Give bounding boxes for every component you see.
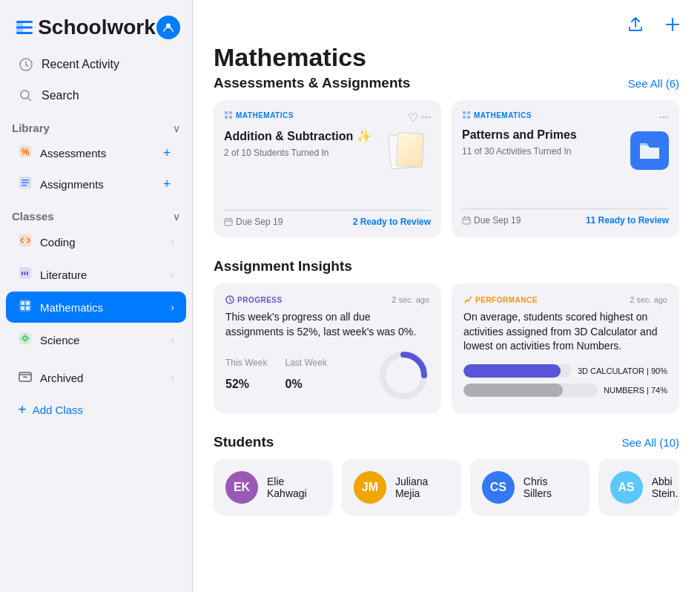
sidebar-item-assignments[interactable]: Assignments +: [6, 169, 186, 199]
svg-rect-17: [27, 272, 28, 275]
share-button[interactable]: [623, 12, 648, 37]
subject-badge: MATHEMATICS: [462, 111, 532, 119]
sidebar-item-archived[interactable]: Archived ›: [6, 362, 186, 393]
see-all-assignments-link[interactable]: See All (6): [628, 77, 679, 90]
card-thumbnail: [379, 133, 431, 177]
assignment-cards-row: MATHEMATICS ♡ ··· Addition & Subtraction…: [214, 100, 679, 237]
sidebar-item-search[interactable]: Search: [6, 81, 186, 111]
profile-button[interactable]: [156, 16, 180, 39]
perf-bar-row: NUMBERS | 74%: [463, 384, 667, 397]
progress-icon: [225, 295, 234, 304]
add-assignment-button[interactable]: +: [159, 177, 174, 191]
page-title: Mathematics: [214, 43, 679, 72]
student-card[interactable]: CS Chris Sillers: [470, 459, 590, 516]
assessments-icon: %: [18, 144, 33, 162]
main-content: Mathematics Assessments & Assignments Se…: [193, 0, 700, 592]
svg-rect-36: [463, 111, 466, 114]
insights-section-header: Assignment Insights: [214, 258, 679, 274]
svg-rect-12: [22, 185, 27, 186]
performance-insight-card[interactable]: PERFORMANCE 2 sec. ago On average, stude…: [452, 283, 679, 413]
assignment-card[interactable]: MATHEMATICS ♡ ··· Addition & Subtraction…: [214, 100, 441, 237]
student-name: Juliana Mejia: [395, 476, 449, 499]
card-review-label: 2 Ready to Review: [353, 217, 431, 227]
card-review-label: 11 Ready to Review: [586, 215, 669, 226]
perf-bar-fill: [463, 364, 561, 378]
perf-bar-row: 3D CALCULATOR | 90%: [463, 364, 667, 378]
science-icon: [18, 331, 33, 349]
sidebar-item-mathematics[interactable]: Mathematics ›: [6, 292, 186, 323]
last-week-value: 0%: [285, 369, 326, 393]
assessments-label: Assessments: [40, 147, 106, 159]
svg-rect-30: [229, 111, 232, 114]
student-avatar: CS: [482, 471, 515, 504]
add-assessment-button[interactable]: +: [159, 145, 174, 160]
assignment-card[interactable]: MATHEMATICS ··· Patterns and Primes 11 o…: [452, 100, 679, 237]
student-name: Abbi Stein...: [652, 476, 679, 499]
add-class-plus-icon: +: [18, 401, 27, 418]
classes-chevron-icon: ∨: [173, 211, 180, 223]
perf-bar-label: NUMBERS | 74%: [604, 386, 667, 395]
progress-insight-card[interactable]: PROGRESS 2 sec. ago This week's progress…: [214, 283, 441, 413]
svg-rect-35: [230, 218, 231, 220]
svg-point-6: [21, 91, 29, 99]
svg-rect-21: [21, 306, 24, 310]
library-chevron-icon: ∨: [173, 122, 180, 134]
sidebar-item-literature[interactable]: Literature ›: [6, 259, 186, 290]
student-avatar: AS: [610, 471, 643, 504]
add-button[interactable]: [660, 12, 685, 37]
perf-bar-label: 3D CALCULATOR | 90%: [578, 366, 667, 375]
more-options-icon[interactable]: ···: [421, 111, 431, 125]
svg-rect-28: [23, 377, 27, 378]
students-section: Students See All (10) EK Elie Kahwagi JM…: [214, 434, 679, 516]
sidebar-item-coding[interactable]: Coding ›: [6, 226, 186, 257]
chevron-right-icon: ›: [171, 236, 174, 248]
class-label: Science: [40, 334, 79, 346]
card-menu-button[interactable]: ♡ ···: [408, 111, 431, 125]
sidebar-item-assessments[interactable]: % Assessments +: [6, 138, 186, 168]
more-options-icon[interactable]: ···: [659, 111, 669, 124]
student-card[interactable]: AS Abbi Stein...: [598, 459, 679, 516]
calendar-icon: [224, 217, 233, 226]
subject-badge: MATHEMATICS: [224, 111, 294, 119]
students-row: EK Elie Kahwagi JM Juliana Mejia CS C: [214, 459, 679, 516]
svg-rect-22: [26, 306, 30, 310]
chevron-right-icon: ›: [171, 334, 174, 346]
svg-rect-1: [16, 21, 33, 23]
see-all-students-link[interactable]: See All (10): [621, 436, 679, 449]
library-label: Library: [12, 122, 50, 134]
coding-icon: [18, 233, 33, 251]
progress-text: This week's progress on all due assignme…: [225, 310, 429, 339]
subject-icon: [462, 111, 471, 119]
calendar-icon: [462, 216, 471, 225]
student-avatar: JM: [354, 471, 386, 504]
subject-icon: [224, 111, 233, 119]
student-card[interactable]: EK Elie Kahwagi: [214, 459, 333, 516]
svg-rect-33: [225, 219, 232, 226]
insights-section: Assignment Insights PROGRESS 2 sec. ago: [214, 258, 679, 413]
this-week-label: This Week: [225, 358, 267, 368]
add-class-button[interactable]: + Add Class: [6, 395, 186, 425]
performance-icon: [463, 295, 472, 304]
chevron-right-icon: ›: [171, 269, 174, 280]
svg-rect-3: [16, 32, 33, 34]
library-section-header: Library ∨: [0, 111, 192, 137]
svg-rect-32: [229, 116, 232, 119]
sidebar-toggle-button[interactable]: [12, 15, 37, 40]
heart-icon[interactable]: ♡: [408, 111, 418, 125]
svg-rect-19: [21, 301, 24, 305]
student-name: Elie Kahwagi: [267, 476, 321, 499]
sidebar-item-science[interactable]: Science ›: [6, 324, 186, 355]
progress-time: 2 sec. ago: [392, 295, 429, 304]
progress-badge: PROGRESS: [225, 295, 283, 304]
main-header: [193, 0, 700, 43]
assignments-section: Assessments & Assignments See All (6): [214, 75, 679, 237]
share-icon: [627, 16, 644, 33]
svg-rect-39: [467, 116, 470, 119]
sidebar-item-recent-activity[interactable]: Recent Activity: [6, 50, 186, 79]
svg-rect-40: [463, 217, 470, 224]
card-menu-button[interactable]: ···: [659, 111, 669, 124]
this-week-value: 52%: [225, 369, 267, 393]
progress-donut-chart: [377, 349, 429, 401]
student-card[interactable]: JM Juliana Mejia: [342, 459, 461, 516]
card-thumbnail: [630, 131, 669, 170]
